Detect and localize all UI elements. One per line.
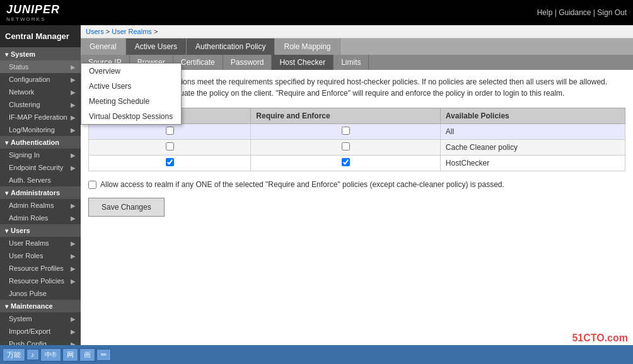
tab-rolemapping[interactable]: Role Mapping bbox=[275, 38, 340, 55]
sidebar-item-authservers[interactable]: Auth. Servers bbox=[0, 174, 81, 186]
sidebar-item-userrealms[interactable]: User Realms ▶ bbox=[0, 237, 81, 249]
sidebar-item-configuration[interactable]: Configuration ▶ bbox=[0, 73, 81, 86]
sidebar-item-junospulse[interactable]: Junos Pulse bbox=[0, 287, 81, 300]
header-nav: Help | Guidance | Sign Out bbox=[537, 8, 627, 17]
evaluate-cache-checkbox[interactable] bbox=[166, 142, 174, 151]
sidebar-item-maint-system[interactable]: System ▶ bbox=[0, 312, 81, 325]
table-row: HostChecker bbox=[89, 156, 625, 171]
sidebar-item-ifmap[interactable]: IF-MAP Federation ▶ bbox=[0, 111, 81, 123]
sidebar-item-network[interactable]: Network ▶ bbox=[0, 86, 81, 98]
taskbar-btn-edit[interactable]: ✏ bbox=[96, 349, 111, 361]
allow-access-label: Allow access to realm if any ONE of the … bbox=[100, 180, 504, 189]
sidebar-item-clustering[interactable]: Clustering ▶ bbox=[0, 98, 81, 111]
subtab-password[interactable]: Password bbox=[223, 55, 272, 70]
evaluate-all-checkbox[interactable] bbox=[166, 127, 174, 135]
sidebar-item-resourcepolicies[interactable]: Resource Policies ▶ bbox=[0, 275, 81, 287]
arrow-icon: ▶ bbox=[71, 265, 76, 272]
sidebar-item-status[interactable]: Status ▶ bbox=[0, 60, 81, 73]
arrow-icon: ▶ bbox=[71, 240, 76, 247]
col-available: Available Policies bbox=[440, 108, 625, 124]
sidebar-section-system[interactable]: System bbox=[0, 48, 81, 60]
arrow-icon: ▶ bbox=[71, 89, 76, 96]
require-all-checkbox[interactable] bbox=[342, 127, 350, 135]
allow-access-row: Allow access to realm if any ONE of the … bbox=[88, 180, 625, 189]
taskbar: 万能 ♪ 中® 网 画 ✏ bbox=[0, 345, 633, 364]
evaluate-hc-checkbox[interactable] bbox=[166, 158, 174, 166]
sidebar-item-endpoint[interactable]: Endpoint Security ▶ bbox=[0, 161, 81, 174]
sidebar: Central Manager System Status ▶ Configur… bbox=[0, 25, 81, 364]
sidebar-item-resourceprofiles[interactable]: Resource Profiles ▶ bbox=[0, 262, 81, 275]
sidebar-section-administrators[interactable]: Administrators bbox=[0, 186, 81, 199]
subtab-limits[interactable]: Limits bbox=[334, 55, 369, 70]
arrow-icon: ▶ bbox=[71, 278, 76, 285]
arrow-icon: ▶ bbox=[71, 215, 76, 222]
status-dropdown: Overview Active Users Meeting Schedule V… bbox=[81, 63, 182, 125]
subtab-hostchecker[interactable]: Host Checker bbox=[272, 55, 334, 70]
taskbar-btn-music[interactable]: ♪ bbox=[26, 349, 39, 360]
policy-all: All bbox=[440, 124, 625, 140]
arrow-icon: ▶ bbox=[71, 152, 76, 159]
require-cache-checkbox[interactable] bbox=[342, 142, 350, 151]
require-hc-checkbox[interactable] bbox=[342, 158, 350, 166]
breadcrumb-userrealms[interactable]: User Realms bbox=[112, 28, 152, 35]
taskbar-btn-net[interactable]: 网 bbox=[62, 348, 78, 361]
policy-cache: Cache Cleaner policy bbox=[440, 140, 625, 156]
tab-authpolicy[interactable]: Authentication Policy bbox=[187, 38, 275, 55]
arrow-icon: ▶ bbox=[71, 114, 76, 121]
dropdown-item-overview[interactable]: Overview bbox=[81, 64, 181, 79]
logo-area: JUNIPER NETWORKS bbox=[6, 3, 60, 22]
arrow-icon: ▶ bbox=[71, 316, 76, 322]
sidebar-item-adminrealms[interactable]: Admin Realms ▶ bbox=[0, 199, 81, 212]
breadcrumb-users[interactable]: Users bbox=[86, 28, 104, 35]
watermark: 51CTO.com bbox=[572, 333, 628, 344]
logo-sub: NETWORKS bbox=[6, 16, 60, 22]
tab-activeusers[interactable]: Active Users bbox=[126, 38, 187, 55]
taskbar-btn-wanneng[interactable]: 万能 bbox=[3, 348, 25, 361]
allow-access-checkbox[interactable] bbox=[88, 181, 96, 189]
breadcrumb: Users > User Realms > bbox=[81, 25, 633, 38]
table-row: Cache Cleaner policy bbox=[89, 140, 625, 156]
policy-hc: HostChecker bbox=[440, 156, 625, 171]
arrow-icon: ▶ bbox=[71, 127, 76, 134]
sidebar-section-authentication[interactable]: Authentication bbox=[0, 136, 81, 149]
table-row: All bbox=[89, 124, 625, 140]
main-tab-bar: General Active Users Authentication Poli… bbox=[81, 38, 633, 55]
arrow-icon: ▶ bbox=[71, 64, 76, 71]
sidebar-item-importexport[interactable]: Import/Export ▶ bbox=[0, 325, 81, 338]
help-link[interactable]: Help bbox=[537, 8, 553, 17]
sidebar-section-maintenance[interactable]: Maintenance bbox=[0, 300, 81, 312]
col-require: Require and Enforce bbox=[251, 108, 441, 124]
arrow-icon: ▶ bbox=[71, 328, 76, 335]
sign-out-link[interactable]: Sign Out bbox=[597, 8, 627, 17]
sidebar-item-logmonitoring[interactable]: Log/Monitoring ▶ bbox=[0, 123, 81, 136]
taskbar-btn-draw[interactable]: 画 bbox=[79, 348, 95, 361]
dropdown-item-virtualdesktop[interactable]: Virtual Desktop Sessions bbox=[81, 109, 181, 124]
taskbar-btn-chinese[interactable]: 中® bbox=[40, 348, 61, 361]
dropdown-item-meetingschedule[interactable]: Meeting Schedule bbox=[81, 94, 181, 109]
guidance-link[interactable]: Guidance bbox=[559, 8, 591, 17]
arrow-icon: ▶ bbox=[71, 164, 76, 171]
arrow-icon: ▶ bbox=[71, 76, 76, 83]
layout: Central Manager System Status ▶ Configur… bbox=[0, 25, 633, 364]
logo-main: JUNIPER bbox=[6, 3, 60, 16]
juniper-logo: JUNIPER NETWORKS bbox=[6, 3, 60, 22]
arrow-icon: ▶ bbox=[71, 253, 76, 259]
arrow-icon: ▶ bbox=[71, 202, 76, 209]
header: JUNIPER NETWORKS Help | Guidance | Sign … bbox=[0, 0, 633, 25]
tab-general[interactable]: General bbox=[81, 38, 126, 55]
dropdown-item-activeusers[interactable]: Active Users bbox=[81, 79, 181, 94]
arrow-icon: ▶ bbox=[71, 101, 76, 108]
sidebar-item-signingin[interactable]: Signing In ▶ bbox=[0, 149, 81, 161]
sidebar-item-userroles[interactable]: User Roles ▶ bbox=[0, 249, 81, 262]
sidebar-section-users[interactable]: Users bbox=[0, 224, 81, 237]
central-manager-title: Central Manager bbox=[0, 25, 81, 48]
sidebar-item-adminroles[interactable]: Admin Roles ▶ bbox=[0, 212, 81, 224]
save-button[interactable]: Save Changes bbox=[88, 198, 165, 217]
